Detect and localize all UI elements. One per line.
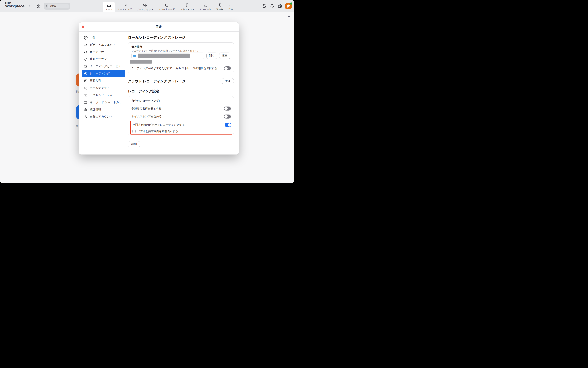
sidebar-item-recording[interactable]: レコーディング — [82, 70, 125, 77]
timestamp-label: タイムスタンプを含める — [131, 115, 162, 118]
dialog-title: 設定 — [156, 25, 162, 29]
meeting-screen-icon — [84, 64, 88, 68]
calendar-icon — [278, 4, 282, 8]
record-video-share-label: 画面共有時のビデオをレコーディングする — [133, 123, 185, 127]
save-location-description: レコーディングが選択された場所でローカルに保存されます。 — [131, 49, 200, 53]
statistics-icon — [84, 108, 88, 111]
avatar[interactable]: 参 — [285, 3, 292, 9]
sidebar-item-label: レコーディング — [90, 72, 110, 75]
side-by-side-label: ビデオと共有画面を左右表示する — [137, 129, 178, 133]
home-icon — [107, 3, 111, 7]
team-chat-icon — [84, 86, 88, 90]
tab-meetings[interactable]: ミーティング — [115, 2, 134, 12]
notifications-button[interactable] — [270, 4, 274, 9]
recording-settings-card: 自分のレコーディング: 参加者の名前を表示する タイムスタンプを含める 画面共有… — [128, 96, 234, 135]
screen-share-icon — [84, 79, 88, 83]
side-by-side-checkbox[interactable] — [132, 130, 136, 133]
bell-icon — [84, 57, 88, 61]
settings-sidebar: 一般 ビデオとエフェクト オーディオ 通知とサウンド ミーティングとウェビナー — [79, 32, 128, 154]
local-storage-card: 保存場所 レコーディングが選択された場所でローカルに保存されます。 開く 変更 … — [128, 42, 234, 73]
share-to-device-button[interactable] — [262, 4, 267, 9]
tab-home[interactable]: ホーム — [103, 2, 115, 12]
tab-docs[interactable]: ドキュメント — [177, 2, 197, 12]
local-recording-heading: ローカル レコーディング ストレージ — [128, 35, 234, 40]
sidebar-item-meetings-webinars[interactable]: ミーティングとウェビナー — [82, 63, 125, 70]
sidebar-item-label: 画面共有 — [90, 79, 101, 83]
change-button[interactable]: 変更 — [219, 53, 230, 59]
tab-whiteboard[interactable]: ホワイトボード — [156, 2, 177, 12]
sidebar-item-accessibility[interactable]: アクセシビリティ — [82, 92, 125, 99]
toggle-knob — [224, 107, 228, 110]
presence-dot — [290, 2, 292, 5]
open-button[interactable]: 開く — [206, 53, 217, 59]
avatar-initial: 参 — [287, 4, 290, 8]
sidebar-item-keyboard-shortcuts[interactable]: キーボード ショートカット — [82, 99, 125, 106]
zoom-workplace-window: zoom Workplace 検索 ホーム — [0, 0, 294, 183]
manage-button[interactable]: 管理 — [222, 78, 234, 84]
sidebar-item-label: 統計情報 — [90, 108, 101, 111]
toggle-knob — [224, 115, 228, 118]
sidebar-item-my-account[interactable]: 自分のアカウント — [82, 113, 125, 120]
my-recording-label: 自分のレコーディング: — [131, 99, 160, 103]
sidebar-item-general[interactable]: 一般 — [82, 34, 125, 41]
whiteboard-icon — [165, 3, 169, 7]
history-button[interactable] — [36, 4, 41, 9]
tab-label: アンケート — [199, 8, 211, 11]
folder-icon — [133, 54, 137, 57]
tab-label: ホワイトボード — [159, 8, 175, 11]
toggle-knob — [228, 123, 231, 127]
toggle-knob — [224, 67, 228, 70]
person-icon — [84, 115, 88, 119]
sidebar-item-label: オーディオ — [90, 50, 104, 54]
choose-location-toggle[interactable] — [224, 66, 231, 70]
search-input[interactable]: 検索 — [44, 3, 70, 9]
sidebar-item-screen-share[interactable]: 画面共有 — [82, 77, 125, 84]
dialog-titlebar: 設定 — [79, 22, 239, 32]
share-to-device-icon — [262, 4, 267, 8]
sidebar-item-label: ミーティングとウェビナー — [90, 64, 123, 68]
sidebar-item-label: キーボード ショートカット — [90, 101, 123, 104]
video-camera-icon — [122, 3, 127, 7]
home-settings-gear-icon[interactable] — [287, 15, 291, 18]
accessibility-icon — [84, 93, 88, 97]
calendar-button[interactable] — [277, 4, 282, 9]
sidebar-item-notifications[interactable]: 通知とサウンド — [82, 55, 125, 63]
sidebar-item-audio[interactable]: オーディオ — [82, 48, 125, 55]
forward-button[interactable] — [28, 4, 32, 8]
search-icon — [46, 5, 49, 8]
choose-location-label: ミーティングが終了するたびにローカル ストレージの場所を選択する — [131, 66, 217, 70]
sidebar-item-label: 通知とサウンド — [90, 57, 110, 61]
video-camera-icon — [84, 43, 88, 47]
keyboard-icon — [84, 101, 88, 104]
participant-names-label: 参加者の名前を表示する — [131, 107, 161, 110]
document-icon — [185, 3, 189, 7]
tab-team-chat[interactable]: チームチャット — [134, 2, 156, 12]
sidebar-item-team-chat[interactable]: チームチャット — [82, 84, 125, 92]
contacts-icon — [218, 3, 222, 7]
path-redaction — [138, 54, 190, 58]
close-button[interactable] — [82, 26, 84, 28]
tab-more[interactable]: 詳細 — [226, 2, 236, 12]
cloud-storage-row: クラウド レコーディング ストレージ 管理 — [128, 78, 234, 84]
sidebar-item-label: アクセシビリティ — [90, 93, 113, 97]
recording-settings-pane: ローカル レコーディング ストレージ 保存場所 レコーディングが選択された場所で… — [128, 32, 239, 154]
settings-dialog: 設定 一般 ビデオとエフェクト オーディオ 通知とサウン — [79, 22, 239, 155]
recording-path-field[interactable] — [131, 53, 204, 59]
toolbar-right: 参 — [262, 0, 292, 12]
record-video-share-toggle[interactable] — [224, 123, 231, 127]
participant-names-toggle[interactable] — [224, 107, 231, 110]
logo-zoom-text: zoom — [5, 2, 25, 4]
sidebar-item-label: ビデオとエフェクト — [90, 43, 116, 46]
sidebar-item-statistics[interactable]: 統計情報 — [82, 106, 125, 113]
tab-surveys[interactable]: アンケート — [197, 2, 214, 12]
tab-contacts[interactable]: 連絡先 — [214, 2, 226, 12]
details-button[interactable]: 詳細 — [128, 141, 140, 147]
chevron-left-icon — [21, 4, 25, 8]
sidebar-item-label: 自分のアカウント — [90, 115, 112, 119]
back-button[interactable] — [21, 4, 25, 8]
sidebar-item-video-effects[interactable]: ビデオとエフェクト — [82, 41, 125, 48]
participant-names-row: 参加者の名前を表示する — [131, 107, 231, 110]
timestamp-toggle[interactable] — [224, 115, 231, 119]
gear-icon — [84, 36, 88, 40]
save-location-label: 保存場所 — [131, 45, 142, 49]
